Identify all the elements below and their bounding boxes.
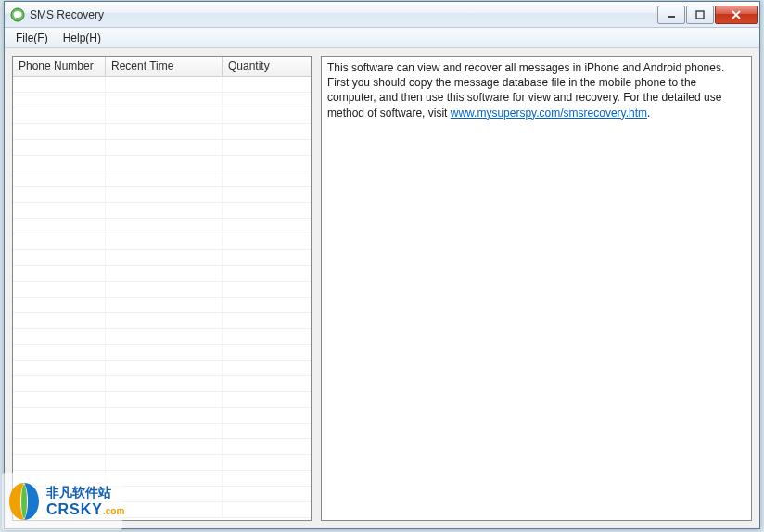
table-row[interactable] — [13, 156, 311, 171]
info-link[interactable]: www.mysuperspy.com/smsrecovery.htm — [451, 107, 647, 120]
menu-bar: File(F) Help(H) — [5, 28, 759, 48]
svg-rect-2 — [668, 16, 675, 18]
table-row[interactable] — [13, 392, 311, 408]
table-row[interactable] — [13, 203, 311, 219]
column-header-quantity[interactable]: Quantity — [223, 57, 311, 76]
table-row[interactable] — [13, 376, 311, 392]
close-button[interactable] — [715, 6, 758, 24]
table-row[interactable] — [13, 187, 311, 203]
table-row[interactable] — [13, 108, 311, 124]
table-row[interactable] — [13, 345, 311, 361]
table-row[interactable] — [13, 361, 311, 376]
table-row[interactable] — [13, 77, 311, 93]
table-row[interactable] — [13, 298, 311, 313]
window-controls — [656, 6, 758, 24]
maximize-button[interactable] — [686, 6, 714, 24]
table-row[interactable] — [13, 313, 311, 329]
column-header-phone[interactable]: Phone Number — [13, 57, 106, 76]
table-row[interactable] — [13, 93, 311, 108]
table-row[interactable] — [13, 219, 311, 234]
table-row[interactable] — [13, 329, 311, 345]
menu-help[interactable]: Help(H) — [56, 30, 108, 46]
app-icon — [10, 7, 25, 22]
message-list-panel: Phone Number Recent Time Quantity — [12, 56, 312, 521]
info-text-part2: . — [647, 107, 650, 120]
table-row[interactable] — [13, 234, 311, 250]
info-text: This software can view and recover all m… — [327, 60, 745, 120]
svg-rect-3 — [696, 11, 704, 19]
table-row[interactable] — [13, 471, 311, 487]
table-row[interactable] — [13, 282, 311, 298]
menu-file[interactable]: File(F) — [8, 30, 56, 46]
table-row[interactable] — [13, 266, 311, 282]
minimize-button[interactable] — [657, 6, 685, 24]
table-row[interactable] — [13, 124, 311, 140]
table-row[interactable] — [13, 424, 311, 439]
title-bar[interactable]: SMS Recovery — [5, 2, 759, 28]
table-row[interactable] — [13, 455, 311, 471]
client-area: Phone Number Recent Time Quantity This s… — [5, 48, 759, 528]
table-row[interactable] — [13, 140, 311, 156]
window-title: SMS Recovery — [30, 8, 656, 21]
table-row[interactable] — [13, 171, 311, 187]
table-row[interactable] — [13, 250, 311, 266]
info-panel: This software can view and recover all m… — [321, 56, 752, 521]
app-window: SMS Recovery File(F) Help(H) Phone Numbe… — [4, 1, 760, 529]
table-row[interactable] — [13, 487, 311, 502]
column-header-time[interactable]: Recent Time — [106, 57, 223, 76]
table-row[interactable] — [13, 408, 311, 424]
table-row[interactable] — [13, 502, 311, 518]
table-row[interactable] — [13, 439, 311, 455]
table-body[interactable] — [13, 77, 311, 520]
svg-point-1 — [14, 11, 22, 18]
table-header: Phone Number Recent Time Quantity — [13, 57, 311, 77]
